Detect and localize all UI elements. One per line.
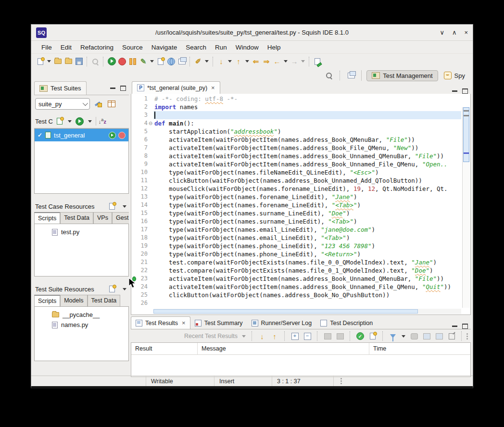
code-line[interactable]: 3: [131, 111, 461, 119]
view-menu-icon[interactable]: [466, 333, 468, 339]
pause-icon[interactable]: [127, 56, 138, 67]
new-suite-resource-dropdown-icon[interactable]: [123, 288, 126, 290]
file-item-test-py[interactable]: test.py: [35, 227, 128, 237]
menu-window[interactable]: Window: [231, 42, 263, 52]
close-button[interactable]: ×: [464, 29, 468, 36]
fold-collapse-icon[interactable]: ⊖: [148, 119, 153, 127]
search-objects-icon[interactable]: [90, 56, 101, 67]
code-line[interactable]: 15 type(waitForObject(names.surname_Line…: [131, 209, 461, 217]
tab-gestures[interactable]: Gest: [112, 212, 129, 224]
prev-annotation-icon[interactable]: ↑: [233, 56, 244, 67]
screenshots-icon[interactable]: [322, 331, 333, 341]
import-results-icon[interactable]: [434, 331, 444, 341]
next-annotation-icon[interactable]: ↓: [216, 56, 227, 67]
tab-test-data[interactable]: Test Data: [60, 212, 93, 224]
editor-minimize-icon[interactable]: [452, 90, 457, 92]
prev-annotation-dropdown-icon[interactable]: [245, 60, 249, 63]
open-perspective-icon[interactable]: [346, 70, 356, 81]
new-test-case-icon[interactable]: [54, 116, 65, 126]
bottom-minimize-icon[interactable]: [452, 326, 457, 327]
editor-tab-close-icon[interactable]: ×: [211, 84, 215, 91]
bottom-maximize-icon[interactable]: [462, 324, 468, 329]
code-editor[interactable]: 1# -*- coding: utf-8 -*-2import names34⊖…: [131, 94, 471, 315]
code-line[interactable]: 6 activateItem(waitForObjectItem(names.a…: [131, 136, 461, 144]
next-result-icon[interactable]: ↓: [257, 331, 267, 341]
code-line[interactable]: 19 type(waitForObject(names.phone_LineEd…: [131, 242, 461, 250]
code-line[interactable]: 7 activateItem(waitForObjectItem(names.a…: [131, 144, 461, 152]
open-editor-icon[interactable]: [312, 56, 323, 67]
quick-fix-dropdown-icon[interactable]: [205, 60, 209, 63]
tab-suite-test-data[interactable]: Test Data: [88, 295, 121, 306]
menu-edit[interactable]: Edit: [56, 42, 76, 52]
test-case-item-tst-general[interactable]: ✓ tst_general: [35, 129, 128, 141]
tab-test-suites[interactable]: Test Suites: [34, 81, 87, 95]
tab-models[interactable]: Models: [60, 295, 87, 306]
column-message[interactable]: Message: [198, 343, 369, 354]
suite-config-icon[interactable]: [106, 99, 117, 109]
save-icon[interactable]: [74, 56, 84, 67]
run-suite-icon[interactable]: [75, 116, 85, 126]
export-results-icon[interactable]: [421, 331, 432, 341]
filter-dropdown-icon[interactable]: [402, 335, 405, 338]
code-line[interactable]: 5 startApplication("addressbook"): [131, 127, 461, 136]
code-line[interactable]: 22 test.compare(waitForObjectExists(name…: [131, 266, 461, 275]
menu-run[interactable]: Run: [211, 42, 231, 52]
panel-maximize-icon[interactable]: [120, 86, 126, 91]
menu-file[interactable]: File: [37, 42, 56, 52]
video-capture-icon[interactable]: [335, 331, 345, 341]
code-line[interactable]: 21 test.compare(waitForObjectExists(name…: [131, 258, 461, 266]
code-line[interactable]: 23 activateItem(waitForObjectItem(names.…: [131, 275, 461, 283]
menu-source[interactable]: Source: [118, 42, 147, 52]
code-line[interactable]: 20 type(waitForObject(names.phone_LineEd…: [131, 250, 461, 258]
run-suite-dropdown-icon[interactable]: [88, 120, 92, 123]
recent-test-results-dropdown[interactable]: Recent Test Results: [184, 333, 238, 339]
stop-test-case-icon[interactable]: [118, 132, 126, 139]
menu-help[interactable]: Help: [263, 42, 285, 52]
column-result[interactable]: Result: [131, 343, 198, 354]
code-line[interactable]: 25 clickButton(waitForObject(names.addre…: [131, 291, 461, 299]
code-line[interactable]: 17 type(waitForObject(names.email_LineEd…: [131, 226, 461, 234]
editor-tab-tst-general[interactable]: P *tst_general (suite_py) ×: [132, 81, 220, 94]
new-resource-icon[interactable]: [107, 201, 117, 212]
folder-item-pycache[interactable]: __pycache__: [35, 310, 128, 320]
record-icon[interactable]: [117, 56, 127, 67]
code-line[interactable]: 10 type(waitForObject(names.fileNameEdit…: [131, 168, 461, 176]
forward-history-icon[interactable]: →: [289, 56, 300, 67]
tab-test-results[interactable]: Test Results ×: [131, 316, 190, 329]
code-line[interactable]: 18 type(waitForObject(names.email_LineEd…: [131, 234, 461, 242]
last-edit-forward-icon[interactable]: ⇒: [261, 56, 272, 67]
next-annotation-dropdown-icon[interactable]: [228, 60, 232, 63]
new-dropdown-icon[interactable]: [47, 60, 51, 63]
tab-vps[interactable]: VPs: [93, 212, 112, 224]
tab-suite-scripts[interactable]: Scripts: [34, 295, 60, 306]
code-line[interactable]: 24 activateItem(waitForObjectItem(names.…: [131, 283, 461, 291]
suite-settings-icon[interactable]: [93, 99, 103, 109]
code-line[interactable]: 1# -*- coding: utf-8 -*-: [131, 95, 461, 103]
run-test-case-icon[interactable]: [109, 132, 116, 139]
checked-icon[interactable]: ✓: [38, 132, 42, 138]
code-line[interactable]: 14 type(waitForObject(names.forename_Lin…: [131, 201, 461, 209]
sort-az-icon[interactable]: ↓az: [99, 118, 106, 125]
code-line[interactable]: 8 activateItem(waitForObjectItem(names.a…: [131, 152, 461, 160]
recent-results-dropdown-icon[interactable]: [242, 335, 246, 338]
menu-navigate[interactable]: Navigate: [147, 42, 181, 52]
tab-close-icon[interactable]: ×: [182, 319, 186, 327]
windows-layout-icon[interactable]: [176, 56, 187, 67]
new-test-suite-icon[interactable]: [35, 56, 46, 67]
tab-scripts[interactable]: Scripts: [34, 212, 60, 224]
statusbar-menu-icon[interactable]: [340, 378, 342, 384]
new-resource-dropdown-icon[interactable]: [123, 205, 126, 208]
code-line[interactable]: 16 type(waitForObject(names.surname_Line…: [131, 217, 461, 226]
search-icon[interactable]: [324, 70, 334, 81]
code-line[interactable]: 12 mouseClick(waitForObject(names.forena…: [131, 185, 461, 193]
perspective-spy-button[interactable]: Spy: [441, 70, 468, 81]
picker-dropdown-icon[interactable]: [150, 60, 154, 63]
code-line[interactable]: 2import names: [131, 103, 461, 111]
back-history-dropdown-icon[interactable]: [284, 60, 288, 63]
code-line[interactable]: 4⊖def main():: [131, 119, 461, 127]
new-report-icon[interactable]: [367, 331, 378, 341]
minimize-button[interactable]: ∨: [440, 29, 444, 36]
editor-vertical-scrollbar[interactable]: [462, 107, 470, 308]
last-edit-back-icon[interactable]: ⇐: [251, 56, 261, 67]
column-time[interactable]: Time: [369, 343, 470, 354]
